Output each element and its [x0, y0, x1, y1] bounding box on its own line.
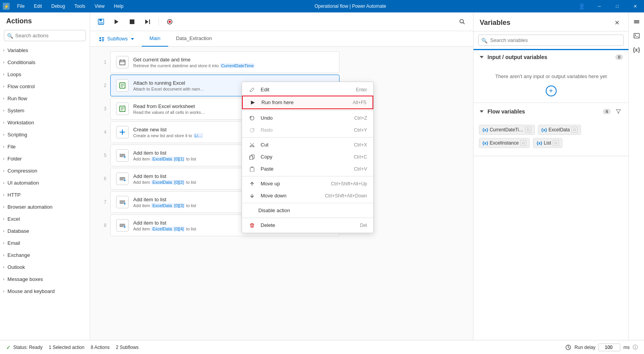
flow-variables-content: {x} CurrentDateTi… □ {x} ExcelData □ {x}… [473, 120, 628, 156]
menu-tools[interactable]: Tools [70, 0, 90, 12]
category-label: Flow control [7, 84, 35, 89]
menu-view[interactable]: View [90, 0, 109, 12]
menu-file[interactable]: File [12, 0, 29, 12]
svg-rect-8 [149, 19, 150, 24]
maximize-button[interactable]: □ [608, 0, 626, 12]
subflows-button[interactable]: Subflows [95, 33, 139, 44]
svg-point-10 [169, 21, 171, 23]
menu-item-label: Move down [261, 193, 320, 199]
step-row: 1Get current date and timeRetrieve the c… [98, 51, 465, 73]
context-menu-item-delete[interactable]: DeleteDel [242, 219, 373, 231]
actions-search-container: 🔍 [4, 30, 86, 41]
variable-chip-currentdatetime[interactable]: {x} CurrentDateTi… □ [479, 125, 535, 135]
context-menu-item-undo[interactable]: UndoCtrl+Z [242, 112, 373, 124]
category-browser-automation[interactable]: › Browser automation [0, 201, 90, 213]
category-database[interactable]: › Database [0, 225, 90, 237]
category-run-flow[interactable]: › Run flow [0, 92, 90, 105]
category-system[interactable]: › System [0, 105, 90, 117]
context-menu-item-run-from-here[interactable]: Run from hereAlt+F5 [242, 96, 373, 109]
category-file[interactable]: › File [0, 141, 90, 153]
profile-icon[interactable]: 👤 [573, 0, 590, 12]
context-menu-item-paste[interactable]: PasteCtrl+V [242, 163, 373, 175]
toolbar-search-button[interactable] [456, 16, 468, 28]
context-menu-item-disable[interactable]: Disable action [242, 204, 373, 216]
menu-help[interactable]: Help [109, 0, 128, 12]
category-label: Workstation [7, 120, 34, 126]
chevron-right-icon: › [3, 60, 4, 65]
record-button[interactable] [164, 16, 176, 28]
category-loops[interactable]: › Loops [0, 68, 90, 80]
tab-main[interactable]: Main [142, 31, 168, 47]
window-title: Operational flow | Power Automate [128, 3, 573, 9]
image-button[interactable] [630, 30, 643, 42]
actions-heading: Actions [0, 12, 90, 28]
input-output-section: Input / output variables 0 There aren't … [473, 49, 628, 103]
redo-icon [248, 127, 256, 133]
run-delay-input[interactable] [599, 344, 620, 351]
menu-debug[interactable]: Debug [47, 0, 70, 12]
context-menu-item-move-down[interactable]: Move downCtrl+Shift+Alt+Down [242, 190, 373, 202]
step-card-0[interactable]: Get current date and timeRetrieve the cu… [110, 51, 339, 73]
svg-marker-5 [115, 19, 118, 24]
toolbar-separator [158, 18, 159, 26]
variable-chip-exceldata[interactable]: {x} ExcelData □ [538, 125, 581, 135]
var-label: {x} [536, 141, 542, 145]
var-name: ExcelData [548, 127, 570, 133]
status-text: Status: Ready [13, 345, 42, 350]
category-label: Mouse and keyboard [7, 288, 54, 294]
category-conditionals[interactable]: › Conditionals [0, 56, 90, 68]
variable-chip-list[interactable]: {x} List □ [533, 138, 562, 148]
save-button[interactable] [95, 16, 107, 28]
step-button[interactable] [141, 16, 154, 28]
context-menu-item-copy[interactable]: CopyCtrl+C [242, 151, 373, 163]
variables-header: Variables ✕ [473, 12, 628, 31]
category-compression[interactable]: › Compression [0, 165, 90, 177]
category-variables[interactable]: › Variables [0, 44, 90, 56]
category-flow-control[interactable]: › Flow control [0, 80, 90, 92]
category-message-boxes[interactable]: › Message boxes [0, 273, 90, 285]
stop-button[interactable] [126, 16, 138, 28]
menu-edit[interactable]: Edit [29, 0, 47, 12]
variable-chips-container: {x} CurrentDateTi… □ {x} ExcelData □ {x}… [479, 123, 623, 150]
variable-chip-excelinstance[interactable]: {x} ExcelInstance □ [479, 138, 530, 148]
input-output-section-header[interactable]: Input / output variables 0 [473, 50, 628, 64]
svg-rect-6 [130, 19, 134, 24]
filter-button[interactable] [614, 107, 623, 116]
flow-variables-count: 4 [603, 109, 611, 114]
search-actions-input[interactable] [4, 30, 86, 41]
undo-icon [248, 115, 256, 121]
copy-icon [248, 154, 256, 160]
flow-variables-section-header[interactable]: Flow variables 4 [473, 103, 628, 120]
search-variables-input[interactable] [478, 35, 624, 46]
tab-data-extraction[interactable]: Data_Extraction [168, 31, 220, 47]
variables-icon-button[interactable]: {x} [630, 44, 643, 56]
menu-item-label: Disable action [258, 208, 367, 213]
chevron-right-icon: › [3, 253, 4, 257]
category-ui-automation[interactable]: › UI automation [0, 177, 90, 189]
minimize-button[interactable]: ─ [590, 0, 608, 12]
layers-button[interactable] [630, 16, 643, 28]
context-menu-item-cut[interactable]: CutCtrl+X [242, 139, 373, 151]
category-http[interactable]: › HTTP [0, 189, 90, 201]
category-folder[interactable]: › Folder [0, 153, 90, 165]
info-icon[interactable]: ⓘ [633, 344, 638, 351]
category-workstation[interactable]: › Workstation [0, 117, 90, 129]
variables-close-button[interactable]: ✕ [611, 17, 622, 28]
curly-icon: {x} [633, 47, 640, 53]
context-menu-item-move-up[interactable]: Move upCtrl+Shift+Alt+Up [242, 178, 373, 190]
category-mouse-keyboard[interactable]: › Mouse and keyboard [0, 285, 90, 297]
add-variable-button[interactable]: + [546, 85, 557, 96]
step-content: Get current date and timeRetrieve the cu… [133, 57, 334, 68]
menu-item-shortcut: Ctrl+X [354, 142, 367, 148]
category-label: UI automation [7, 180, 39, 186]
var-badge: ExcelData [151, 157, 173, 161]
close-button[interactable]: ✕ [626, 0, 644, 12]
category-scripting[interactable]: › Scripting [0, 129, 90, 141]
context-menu-item-edit[interactable]: EditEnter [242, 84, 373, 96]
run-button[interactable] [110, 16, 123, 28]
chevron-right-icon: › [3, 157, 4, 161]
category-exchange[interactable]: › Exchange [0, 249, 90, 261]
category-excel[interactable]: › Excel [0, 213, 90, 225]
category-email[interactable]: › Email [0, 237, 90, 249]
category-outlook[interactable]: › Outlook [0, 261, 90, 273]
